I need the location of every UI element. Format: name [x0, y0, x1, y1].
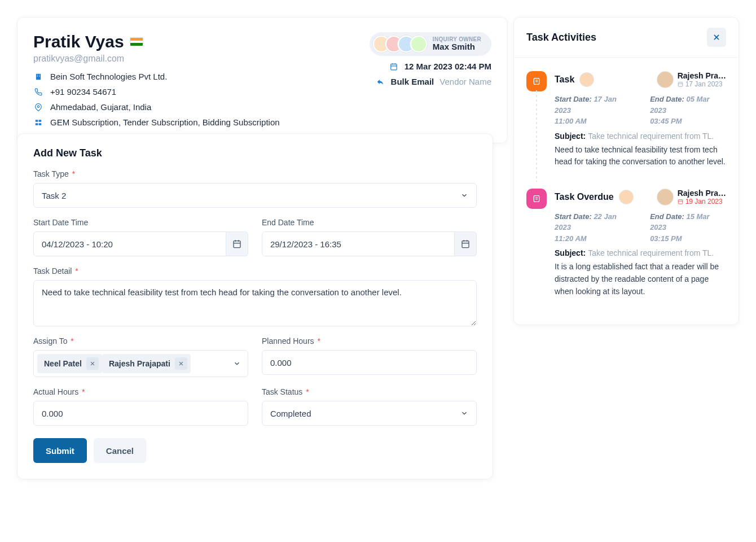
inquiry-owner-block: INQUIRY OWNER Max Smith 12 Mar 2023 02:4… [370, 32, 491, 86]
end-date-label: End Date Time [262, 218, 477, 227]
activity-badge-icon [526, 71, 547, 91]
building-icon [33, 73, 43, 81]
vendor-name-label: Vendor Name [439, 77, 491, 86]
activity-owner-name: Rajesh Pra… [678, 71, 726, 80]
actual-hours-label: Actual Hours * [33, 387, 248, 396]
task-status-label: Task Status * [262, 387, 477, 396]
remove-assignee-button[interactable] [86, 357, 99, 370]
phone-row: +91 90234 54671 [33, 87, 280, 97]
company-value: Bein Soft Technologies Pvt Ltd. [50, 72, 167, 81]
activity-owner-date: 17 Jan 2023 [678, 80, 726, 88]
submit-button[interactable]: Submit [33, 438, 87, 463]
owner-name: Max Smith [433, 42, 481, 52]
activity-start-date: Start Date: 17 Jan 202311:00 AM [555, 94, 633, 127]
activity-avatar [619, 190, 633, 204]
assign-to-label: Assign To * [33, 336, 248, 346]
reply-icon [375, 78, 385, 86]
location-value: Ahmedabad, Gujarat, India [50, 102, 151, 112]
datetime-row: 12 Mar 2023 02:44 PM [389, 62, 491, 71]
planned-hours-label: Planned Hours * [262, 336, 477, 346]
svg-rect-2 [39, 75, 39, 75]
svg-rect-14 [234, 241, 240, 248]
assignee-tag: Neel Patel [37, 354, 102, 373]
task-type-label: Task Type * [33, 169, 477, 178]
svg-rect-7 [39, 120, 42, 122]
assignee-name: Neel Patel [44, 359, 82, 368]
india-flag-icon [130, 37, 143, 46]
cancel-button[interactable]: Cancel [94, 438, 146, 463]
timeline-line [536, 90, 537, 182]
avatar [410, 36, 427, 53]
svg-rect-1 [37, 75, 38, 75]
end-date-picker-button[interactable] [455, 231, 477, 256]
svg-rect-10 [390, 64, 397, 70]
form-title: Add New Task [33, 147, 477, 159]
team-avatars [373, 36, 427, 53]
end-date-input[interactable] [262, 231, 455, 256]
activity-description: Need to take technical feasibility test … [555, 144, 726, 168]
close-activities-button[interactable] [707, 28, 726, 47]
activity-type: Task Overdue [555, 192, 614, 202]
activity-owner-date: 19 Jan 2023 [678, 198, 726, 206]
activities-title: Task Activities [526, 32, 596, 43]
start-date-picker-button[interactable] [226, 231, 248, 256]
activity-end-date: End Date: 15 Mar 202303:15 PM [650, 211, 726, 244]
svg-rect-8 [36, 123, 38, 125]
datetime-value: 12 Mar 2023 02:44 PM [405, 62, 491, 71]
contact-name: Pratik Vyas [33, 32, 280, 51]
svg-rect-9 [39, 123, 42, 125]
inquiry-owner-chip[interactable]: INQUIRY OWNER Max Smith [370, 32, 491, 56]
activity-subject: Subject:Take technical requirement from … [555, 132, 726, 141]
activity-start-date: Start Date: 22 Jan 202311:20 AM [555, 211, 633, 244]
profile-card: Pratik Vyas pratikvyas@gmail.com Bein So… [17, 17, 508, 143]
activity-owner-name: Rajesh Pra… [678, 189, 726, 198]
company-row: Bein Soft Technologies Pvt Ltd. [33, 72, 280, 81]
activity-item: Task Overdue Rajesh Pra… 19 Jan 2023 Sta [526, 178, 726, 308]
bulk-email-label: Bulk Email [391, 77, 434, 86]
calendar-icon [389, 63, 399, 71]
assignee-name: Rajesh Prajapati [109, 359, 170, 368]
planned-hours-input[interactable] [262, 350, 477, 375]
location-row: Ahmedabad, Gujarat, India [33, 102, 280, 112]
add-task-form: Add New Task Task Type * Task 2 Start Da… [17, 133, 493, 479]
activity-end-date: End Date: 05 Mar 202303:45 PM [650, 94, 726, 127]
start-date-input[interactable] [33, 231, 226, 256]
svg-rect-6 [36, 120, 38, 122]
svg-rect-3 [37, 76, 38, 76]
activity-avatar [580, 73, 594, 86]
task-type-select[interactable]: Task 2 [33, 183, 477, 208]
activity-type: Task [555, 75, 574, 85]
start-date-label: Start Date Time [33, 218, 248, 227]
task-type-value: Task 2 [42, 191, 66, 200]
task-status-value: Completed [270, 409, 311, 418]
activity-description: It is a long established fact that a rea… [555, 261, 726, 298]
activity-badge-icon [526, 189, 547, 209]
svg-rect-36 [678, 200, 683, 204]
svg-point-5 [37, 106, 39, 108]
actual-hours-input[interactable] [33, 401, 248, 426]
subscriptions-value: GEM Subscription, Tender Subscription, B… [50, 117, 280, 127]
task-activities-panel: Task Activities Task Rajesh Pra… [513, 17, 739, 325]
svg-rect-0 [36, 73, 41, 80]
task-status-select[interactable]: Completed [262, 401, 477, 426]
assignee-tag: Rajesh Prajapati [102, 354, 191, 373]
chevron-down-icon [460, 191, 468, 199]
chevron-down-icon [460, 409, 468, 417]
subscription-icon [33, 119, 43, 126]
phone-icon [33, 88, 43, 96]
svg-rect-31 [678, 82, 683, 87]
contact-name-text: Pratik Vyas [33, 32, 124, 51]
chevron-down-icon [233, 360, 241, 368]
activity-item: Task Rajesh Pra… 17 Jan 2023 Start Date: [526, 61, 726, 178]
subscriptions-row: GEM Subscription, Tender Subscription, B… [33, 117, 280, 127]
task-detail-textarea[interactable] [33, 280, 477, 326]
assign-to-multiselect[interactable]: Neel PatelRajesh Prajapati [33, 350, 248, 377]
remove-assignee-button[interactable] [175, 357, 187, 370]
task-detail-label: Task Detail * [33, 266, 477, 276]
location-icon [33, 103, 43, 111]
svg-rect-18 [462, 241, 469, 248]
activity-subject: Subject:Take technical requirement from … [555, 248, 726, 257]
svg-rect-4 [39, 76, 39, 76]
contact-email: pratikvyas@gmail.com [33, 54, 280, 64]
bulk-email-row: Bulk Email Vendor Name [375, 77, 491, 86]
